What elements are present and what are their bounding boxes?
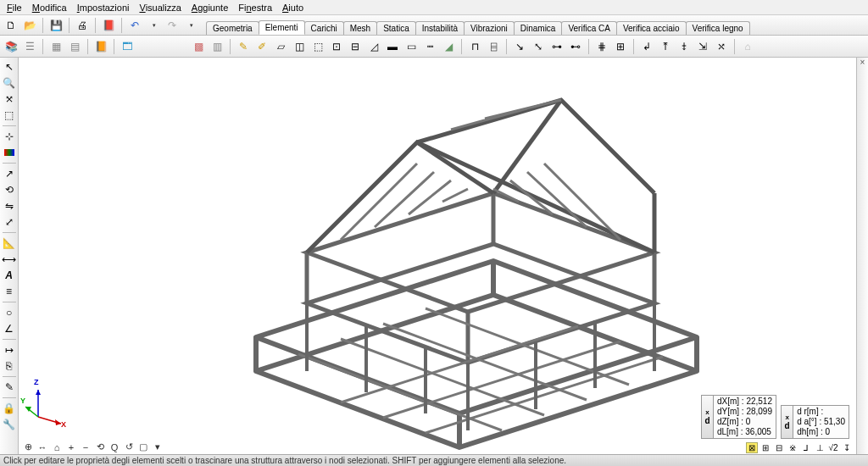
model-viewport[interactable]: Z X Y ⊕ ↔ ⌂ + − ⟲ Q ↺ ▢ ▾ xd dX[m] : 22,… — [19, 58, 856, 454]
view-orbit-button[interactable]: ↺ — [123, 441, 135, 452]
scale-button[interactable]: ⤢ — [2, 214, 17, 230]
menu-visualizza[interactable]: Visualizza — [134, 2, 186, 14]
snap3-button[interactable]: ⊟ — [773, 443, 785, 452]
table1-button[interactable]: ▦ — [47, 38, 64, 55]
layers-button[interactable]: 📚 — [3, 38, 19, 55]
snap2-button[interactable]: ⊞ — [760, 443, 771, 452]
material-button[interactable]: ▩ — [190, 38, 207, 55]
table2-button[interactable]: ▤ — [66, 38, 83, 55]
view-zoomin-button[interactable]: + — [65, 442, 77, 452]
menu-aiuto[interactable]: Aiuto — [277, 2, 309, 14]
draw-line-button[interactable]: ✎ — [235, 38, 252, 55]
pen-button[interactable]: ✎ — [2, 380, 17, 395]
undo-button[interactable]: ↶ — [126, 17, 143, 34]
tab-verifica-acciaio[interactable]: Verifica acciaio — [616, 21, 687, 35]
grid2-button[interactable]: ⊞ — [612, 38, 629, 55]
save-button[interactable]: 💾 — [47, 17, 64, 34]
tab-geometria[interactable]: Geometria — [206, 21, 259, 35]
tab-verifica-ca[interactable]: Verifica CA — [561, 21, 616, 35]
frame2-button[interactable]: ⌸ — [485, 38, 502, 55]
view-dropdown-button[interactable]: ▾ — [152, 441, 164, 452]
tab-mesh[interactable]: Mesh — [343, 21, 377, 35]
redo-dropdown[interactable] — [182, 17, 199, 34]
tab-dinamica[interactable]: Dinamica — [514, 21, 563, 35]
release2-button[interactable]: ⊷ — [567, 38, 584, 55]
grid1-button[interactable]: ⋕ — [593, 38, 610, 55]
view-q-button[interactable]: Q — [108, 442, 120, 452]
domain-button[interactable]: ◫ — [291, 38, 308, 55]
view-window-button[interactable]: ▢ — [137, 441, 149, 452]
measure-button[interactable]: 📐 — [2, 236, 17, 251]
tab-carichi[interactable]: Carichi — [304, 21, 344, 35]
menu-impostazioni[interactable]: Impostazioni — [72, 2, 135, 14]
intersect-button[interactable]: ∠ — [2, 321, 17, 336]
frame-button[interactable]: ⊓ — [466, 38, 483, 55]
diagonal-button[interactable]: ◿ — [365, 38, 382, 55]
tab-statica[interactable]: Statica — [376, 21, 416, 35]
view-rotate-button[interactable]: ⟲ — [94, 441, 106, 452]
menu-finestra[interactable]: Finestra — [233, 2, 277, 14]
menu-modifica[interactable]: Modifica — [27, 2, 72, 14]
snap4-button[interactable]: ※ — [787, 443, 798, 452]
stories-button[interactable]: ☰ — [21, 38, 38, 55]
tab-instabilita[interactable]: Instabilità — [415, 21, 465, 35]
opening2-button[interactable]: ⊟ — [347, 38, 364, 55]
align-button[interactable]: ≡ — [2, 284, 17, 299]
menu-aggiunte[interactable]: Aggiunte — [186, 2, 233, 14]
section-button[interactable]: ▥ — [209, 38, 225, 55]
link-button[interactable]: ↘ — [511, 38, 528, 55]
workplane-button[interactable]: ⬚ — [2, 108, 17, 123]
home-button[interactable]: ⌂ — [739, 38, 756, 55]
support3-button[interactable]: ┉ — [421, 38, 438, 55]
draw-line2-button[interactable]: ✐ — [253, 38, 270, 55]
right-scrollbar[interactable]: × — [856, 58, 868, 454]
ref1-button[interactable]: ↲ — [638, 38, 655, 55]
edge-button[interactable]: ◢ — [440, 38, 457, 55]
ref5-button[interactable]: ⤯ — [713, 38, 730, 55]
text-button[interactable]: A — [2, 268, 17, 283]
snap1-button[interactable]: ⊠ — [746, 442, 758, 453]
break-button[interactable]: ○ — [2, 305, 17, 320]
move-button[interactable]: ↗ — [2, 166, 17, 181]
rect-button[interactable]: ▱ — [272, 38, 289, 55]
coords-close[interactable]: x — [705, 408, 709, 416]
ref4-button[interactable]: ⇲ — [694, 38, 711, 55]
redo-button[interactable]: ↷ — [164, 17, 181, 34]
tab-verifica-legno[interactable]: Verifica legno — [686, 21, 750, 35]
open-file-button[interactable]: 📂 — [21, 17, 38, 34]
close-view-button[interactable]: × — [857, 58, 868, 67]
hole-button[interactable]: ⬚ — [309, 38, 326, 55]
view-pan-button[interactable]: ↔ — [36, 442, 48, 452]
rotate-button[interactable]: ⟲ — [2, 182, 17, 197]
release-button[interactable]: ⊶ — [548, 38, 565, 55]
snap5-button[interactable]: ⅃ — [800, 443, 812, 452]
support-button[interactable]: ▬ — [384, 38, 401, 55]
print-button[interactable]: 🖨 — [74, 17, 91, 34]
dist-button[interactable]: ↦ — [2, 342, 17, 358]
report-button[interactable]: 🗔 — [119, 38, 136, 55]
tab-vibrazioni[interactable]: Vibrazioni — [464, 21, 515, 35]
coords-close[interactable]: x — [785, 413, 788, 421]
support2-button[interactable]: ▭ — [403, 38, 420, 55]
snap6-button[interactable]: ⊥ — [814, 443, 826, 452]
menu-file[interactable]: FFileile — [2, 2, 27, 14]
ref3-button[interactable]: ⤈ — [676, 38, 693, 55]
select-button[interactable]: ↖ — [2, 59, 17, 75]
zoom-button[interactable]: 🔍 — [2, 75, 17, 91]
mirror-button[interactable]: ⇋ — [2, 198, 17, 214]
new-file-button[interactable]: 🗋 — [3, 17, 19, 34]
link2-button[interactable]: ⤡ — [530, 38, 547, 55]
view-zoomout-button[interactable]: − — [80, 442, 92, 452]
opening-button[interactable]: ⊡ — [328, 38, 345, 55]
dimension-button[interactable]: ⟷ — [2, 252, 17, 267]
settings-button[interactable]: 🔧 — [2, 417, 17, 432]
snap7-button[interactable]: √2 — [827, 443, 839, 452]
pdf-button[interactable]: 📕 — [100, 17, 117, 34]
undo-dropdown[interactable] — [145, 17, 162, 34]
library-button[interactable]: 📙 — [92, 38, 109, 55]
ref2-button[interactable]: ⤒ — [657, 38, 674, 55]
view-home-button[interactable]: ⌂ — [51, 442, 63, 452]
tab-elementi[interactable]: Elementi — [259, 20, 305, 35]
pan-button[interactable]: ⤧ — [2, 92, 17, 107]
coords-button[interactable]: ⊹ — [2, 129, 17, 144]
